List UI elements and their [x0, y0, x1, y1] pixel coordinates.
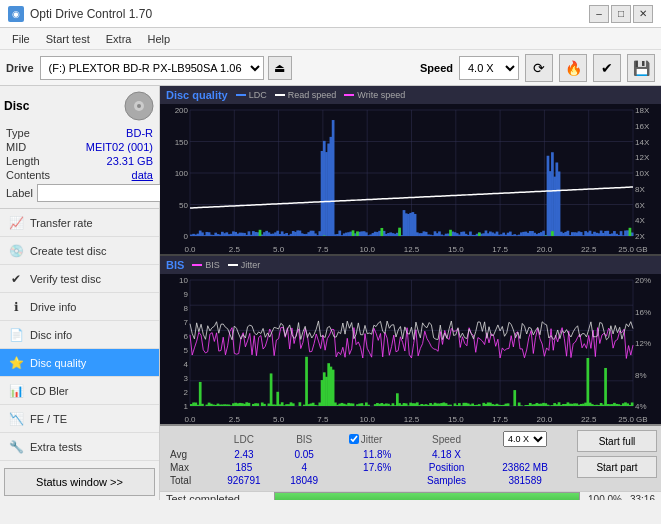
disc-type-row: Type BD-R — [4, 126, 155, 140]
extra-tests-icon: 🔧 — [8, 439, 24, 455]
avg-speed: 4.18 X — [410, 448, 483, 461]
col-header-speed: Speed — [410, 430, 483, 448]
maximize-button[interactable]: □ — [611, 5, 631, 23]
write-speed-legend-color — [344, 94, 354, 96]
burn-button[interactable]: 🔥 — [559, 54, 587, 82]
col-header-speed-val: 4.0 X — [483, 430, 567, 448]
jitter-legend-color — [228, 264, 238, 266]
avg-jitter: 11.8% — [345, 448, 410, 461]
eject-button[interactable]: ⏏ — [268, 56, 292, 80]
bis-legend-color — [192, 264, 202, 266]
sidebar-item-label: Drive info — [30, 301, 76, 313]
sidebar-item-label: FE / TE — [30, 413, 67, 425]
sidebar-item-label: Extra tests — [30, 441, 82, 453]
total-ldc: 926791 — [212, 474, 277, 487]
sidebar-item-fe-te[interactable]: 📉 FE / TE — [0, 405, 159, 433]
bottom-chart-canvas — [160, 274, 661, 424]
speed-select[interactable]: 4.0 X — [459, 56, 519, 80]
sidebar-item-extra-tests[interactable]: 🔧 Extra tests — [0, 433, 159, 461]
sidebar-nav: 📈 Transfer rate 💿 Create test disc ✔ Ver… — [0, 209, 159, 464]
drive-select[interactable]: (F:) PLEXTOR BD-R PX-LB950SA 1.06 — [40, 56, 264, 80]
samples-val: 381589 — [483, 474, 567, 487]
avg-ldc: 2.43 — [212, 448, 277, 461]
sidebar-item-cd-bler[interactable]: 📊 CD Bler — [0, 377, 159, 405]
cd-bler-icon: 📊 — [8, 383, 24, 399]
max-label: Max — [166, 461, 212, 474]
progress-bar-fill — [275, 493, 579, 500]
top-chart-canvas-wrap — [160, 104, 661, 254]
start-part-button[interactable]: Start part — [577, 456, 657, 478]
col-header-ldc: LDC — [212, 430, 277, 448]
disc-label-row: Label 🖊 — [4, 182, 155, 204]
fe-te-icon: 📉 — [8, 411, 24, 427]
sidebar-item-label: CD Bler — [30, 385, 69, 397]
speed-label: Speed — [420, 62, 453, 74]
drive-info-icon: ℹ — [8, 299, 24, 315]
progress-bar-wrap — [274, 492, 580, 500]
top-chart-canvas — [160, 104, 661, 254]
max-bis: 4 — [276, 461, 332, 474]
bottom-chart-canvas-wrap — [160, 274, 661, 424]
menu-bar: File Start test Extra Help — [0, 28, 661, 50]
verify-button[interactable]: ✔ — [593, 54, 621, 82]
total-bis: 18049 — [276, 474, 332, 487]
sidebar-item-create-test-disc[interactable]: 💿 Create test disc — [0, 237, 159, 265]
drive-selector-wrap: (F:) PLEXTOR BD-R PX-LB950SA 1.06 ⏏ — [40, 56, 414, 80]
max-position-label: Position — [410, 461, 483, 474]
sidebar-item-disc-quality[interactable]: ⭐ Disc quality — [0, 349, 159, 377]
sidebar-item-drive-info[interactable]: ℹ Drive info — [0, 293, 159, 321]
refresh-button[interactable]: ⟳ — [525, 54, 553, 82]
toolbar: Drive (F:) PLEXTOR BD-R PX-LB950SA 1.06 … — [0, 50, 661, 86]
status-text: Test completed — [166, 493, 266, 500]
menu-file[interactable]: File — [4, 31, 38, 47]
write-speed-legend-label: Write speed — [357, 90, 405, 100]
stats-total-row: Total 926791 18049 Samples 381589 — [166, 474, 567, 487]
sidebar-item-transfer-rate[interactable]: 📈 Transfer rate — [0, 209, 159, 237]
top-chart-title: Disc quality — [166, 89, 228, 101]
svg-point-2 — [137, 104, 141, 108]
read-speed-legend-color — [275, 94, 285, 96]
sidebar: Disc Type BD-R MID MEIT02 (001) Length — [0, 86, 160, 500]
read-speed-legend: Read speed — [275, 90, 337, 100]
stats-avg-row: Avg 2.43 0.05 11.8% 4.18 X — [166, 448, 567, 461]
menu-help[interactable]: Help — [139, 31, 178, 47]
verify-test-disc-icon: ✔ — [8, 271, 24, 287]
disc-section-title: Disc — [4, 99, 29, 113]
close-button[interactable]: ✕ — [633, 5, 653, 23]
progress-percent: 100.0% — [588, 494, 622, 501]
save-button[interactable]: 💾 — [627, 54, 655, 82]
max-ldc: 185 — [212, 461, 277, 474]
disc-mid-row: MID MEIT02 (001) — [4, 140, 155, 154]
app-icon: ◉ — [8, 6, 24, 22]
read-speed-legend-label: Read speed — [288, 90, 337, 100]
window-controls: – □ ✕ — [589, 5, 653, 23]
bottom-chart-title-bar: BIS BIS Jitter — [160, 256, 661, 274]
sidebar-item-verify-test-disc[interactable]: ✔ Verify test disc — [0, 265, 159, 293]
disc-label-input[interactable] — [37, 184, 166, 202]
jitter-checkbox[interactable] — [349, 434, 359, 444]
sidebar-item-label: Disc info — [30, 329, 72, 341]
col-header-empty2 — [332, 430, 345, 448]
menu-extra[interactable]: Extra — [98, 31, 140, 47]
stats-table: LDC BIS Jitter Speed — [166, 430, 567, 487]
sidebar-item-label: Verify test disc — [30, 273, 101, 285]
drive-label: Drive — [6, 62, 34, 74]
status-window-button[interactable]: Status window >> — [4, 468, 155, 496]
menu-start-test[interactable]: Start test — [38, 31, 98, 47]
avg-label: Avg — [166, 448, 212, 461]
title-bar: ◉ Opti Drive Control 1.70 – □ ✕ — [0, 0, 661, 28]
speed-value-select[interactable]: 4.0 X — [503, 431, 547, 447]
stats-max-row: Max 185 4 17.6% Position 23862 MB — [166, 461, 567, 474]
stats-table-wrap: LDC BIS Jitter Speed — [160, 426, 573, 491]
jitter-legend: Jitter — [228, 260, 261, 270]
start-full-button[interactable]: Start full — [577, 430, 657, 452]
disc-length-row: Length 23.31 GB — [4, 154, 155, 168]
sidebar-item-label: Transfer rate — [30, 217, 93, 229]
col-header-empty — [166, 430, 212, 448]
bis-legend: BIS — [192, 260, 220, 270]
stats-area: LDC BIS Jitter Speed — [160, 424, 661, 491]
sidebar-item-disc-info[interactable]: 📄 Disc info — [0, 321, 159, 349]
ldc-legend: LDC — [236, 90, 267, 100]
minimize-button[interactable]: – — [589, 5, 609, 23]
bottom-chart-panel: BIS BIS Jitter — [160, 256, 661, 424]
